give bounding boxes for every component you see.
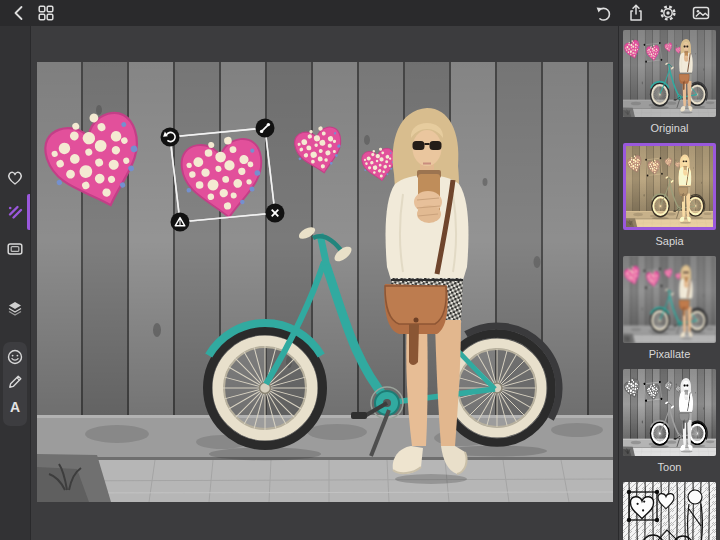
filter-label: Toon: [623, 456, 716, 479]
delete-handle[interactable]: [266, 204, 285, 223]
export-share-icon: [626, 3, 646, 23]
left-tool-rail: A: [0, 26, 31, 540]
frame-icon: [5, 239, 25, 259]
retouch-icon: [5, 202, 25, 222]
retouch-tool-active[interactable]: [4, 201, 26, 223]
resize-handle[interactable]: [256, 119, 275, 138]
top-toolbar: [0, 0, 720, 26]
text-tool[interactable]: A: [4, 396, 26, 418]
active-tool-indicator: [27, 194, 30, 230]
filter-thumbnail: [623, 482, 716, 540]
layout-grid-button[interactable]: [35, 2, 57, 24]
rotate-handle[interactable]: [161, 128, 180, 147]
smiley-icon: [5, 347, 25, 367]
photo-canvas[interactable]: [37, 62, 613, 502]
heart-icon: [5, 168, 25, 188]
filter-label: Sapia: [623, 230, 716, 253]
filter-sketch[interactable]: [623, 482, 716, 540]
undo-button[interactable]: [592, 2, 614, 24]
filter-toon[interactable]: Toon: [623, 369, 716, 479]
filter-label: Original: [623, 117, 716, 140]
layers-icon: [5, 299, 25, 319]
export-button[interactable]: [625, 2, 647, 24]
settings-button[interactable]: [657, 2, 679, 24]
layers-tool[interactable]: [4, 298, 26, 320]
pencil-icon: [5, 372, 25, 392]
layout-grid-icon: [36, 3, 56, 23]
filter-thumbnail: [623, 30, 716, 117]
photo-library-button[interactable]: [690, 2, 712, 24]
filters-panel: Original Sapia Pixallate Toon: [618, 26, 720, 540]
letter-a-icon: A: [10, 400, 20, 414]
filter-pixallate[interactable]: Pixallate: [623, 256, 716, 366]
draw-tool[interactable]: [4, 371, 26, 393]
frame-tool[interactable]: [4, 238, 26, 260]
photo-editor-app: A: [0, 0, 720, 540]
photo-library-icon: [691, 3, 711, 23]
back-chevron-icon: [9, 3, 29, 23]
filter-thumbnail: [623, 143, 716, 230]
sticker-tool[interactable]: [4, 346, 26, 368]
favorites-tool[interactable]: [4, 167, 26, 189]
flip-handle[interactable]: [171, 213, 190, 232]
filter-label: Pixallate: [623, 343, 716, 366]
back-button[interactable]: [8, 2, 30, 24]
sticker-selection: [37, 62, 613, 502]
filter-original[interactable]: Original: [623, 30, 716, 140]
filter-thumbnail: [623, 369, 716, 456]
undo-icon: [593, 3, 613, 23]
filter-thumbnail: [623, 256, 716, 343]
settings-gear-icon: [658, 3, 678, 23]
filter-sapia[interactable]: Sapia: [623, 143, 716, 253]
selection-frame[interactable]: [170, 128, 275, 222]
